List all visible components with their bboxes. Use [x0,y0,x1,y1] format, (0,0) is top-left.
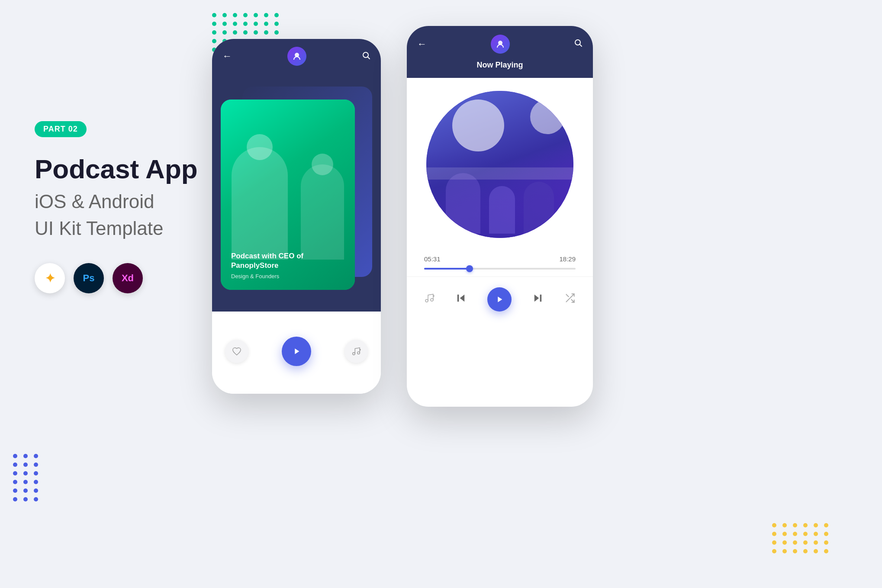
svg-rect-19 [540,295,542,302]
phone-1: ← [212,39,381,394]
app-title: Podcast App [35,154,198,184]
phone2-top-row: ← [417,35,583,54]
phone1-back-button[interactable]: ← [222,51,232,62]
svg-marker-3 [295,349,299,354]
svg-marker-18 [534,295,539,302]
phone2-progress-area: 05:31 18:29 [407,247,593,276]
left-content-area: PART 02 Podcast App iOS & Android UI Kit… [35,121,198,293]
phone2-progress-bar[interactable] [424,268,576,270]
svg-rect-16 [457,295,459,302]
album-blob-1 [452,100,504,151]
phone2-progress-thumb[interactable] [466,265,473,272]
phone2-total-time: 18:29 [559,255,576,263]
svg-marker-15 [460,295,465,302]
svg-point-5 [357,352,360,354]
phone2-header: ← Now Playing [407,26,593,78]
photoshop-icon: Ps [74,263,104,293]
phone2-prev-button[interactable] [455,292,467,307]
phone2-shuffle-button[interactable] [564,292,576,306]
phone1-card-title: Podcast with CEO of PanoplyStore [231,251,344,270]
adobexd-icon: Xd [113,263,143,293]
decorative-dots-blue [13,454,40,501]
tool-icons-row: ✦ Ps Xd [35,263,198,293]
phone2-back-button[interactable]: ← [417,39,427,50]
phone2-progress-fill [424,268,470,270]
phone2-album-art [426,91,573,238]
phone1-card-subtitle: Design & Founders [231,273,344,280]
now-playing-label: Now Playing [476,61,523,76]
phone1-card-front[interactable]: Podcast with CEO of PanoplyStore Design … [221,100,355,290]
phone1-search-button[interactable] [362,51,370,62]
phone-2: ← Now Playing [407,26,593,407]
phone1-add-to-playlist-button[interactable] [344,340,368,363]
svg-line-2 [368,57,370,59]
phone1-card-illustration [221,121,355,260]
sketch-icon: ✦ [35,263,65,293]
phone1-heart-button[interactable] [225,340,248,363]
album-blob-2 [530,100,565,134]
phone2-next-button[interactable] [532,292,544,307]
svg-point-11 [425,299,428,302]
phone1-logo [287,47,306,66]
phone2-playback-controls [407,276,593,325]
phone2-current-time: 05:31 [424,255,441,263]
phone2-logo [491,35,510,54]
phone2-search-button[interactable] [574,39,583,50]
phone1-card-text: Podcast with CEO of PanoplyStore Design … [231,251,344,280]
app-subtitle: iOS & Android UI Kit Template [35,188,198,241]
phones-area: ← [212,26,593,407]
phone2-album-area [407,78,593,247]
phone1-controls [212,312,381,394]
svg-point-9 [575,40,580,45]
phone1-cards-area: Podcast with CEO of PanoplyStore Design … [212,74,381,312]
phone2-album-art-inner [426,91,573,238]
svg-point-12 [431,299,433,301]
svg-point-4 [353,353,355,355]
svg-line-10 [580,45,582,46]
phone1-header: ← [212,39,381,74]
album-people-illustration [426,151,573,238]
phone2-add-playlist-button[interactable] [424,293,435,306]
svg-point-1 [363,52,368,58]
phone2-time-row: 05:31 18:29 [424,255,576,263]
part-badge: PART 02 [35,121,87,137]
svg-marker-17 [498,297,502,302]
phone2-play-button[interactable] [487,287,512,312]
decorative-dots-yellow [772,523,830,553]
phone1-play-button[interactable] [282,337,311,366]
